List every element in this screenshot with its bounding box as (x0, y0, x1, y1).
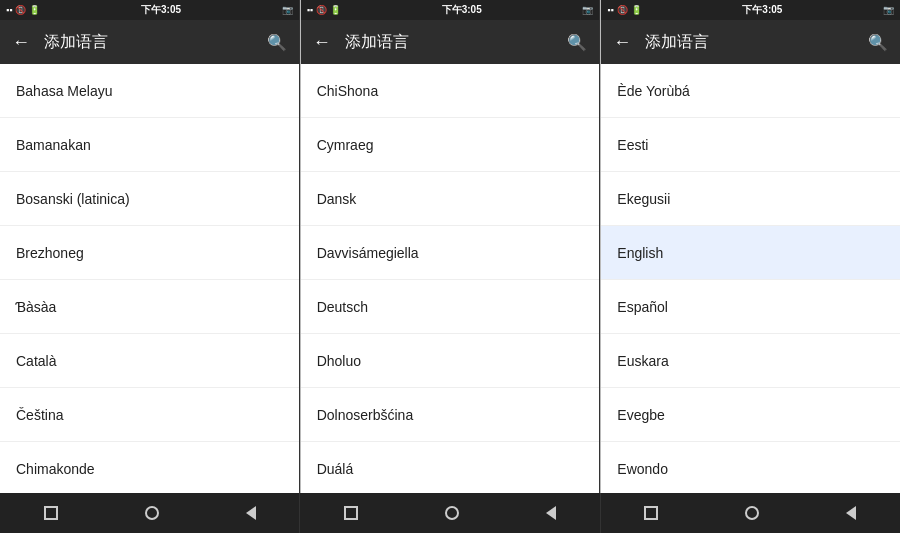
bottom-nav (0, 493, 900, 533)
page-title-2: 添加语言 (345, 32, 554, 53)
status-icon-vol: 📵 (15, 5, 26, 15)
lang-item-1-2[interactable]: Bosanski (latinica) (0, 172, 299, 226)
status-icon-vol: 📵 (617, 5, 628, 15)
status-icon-sim: ▪▪ (607, 5, 613, 15)
page-title-3: 添加语言 (645, 32, 854, 53)
search-button-1[interactable]: 🔍 (263, 29, 291, 56)
panel-1: ▪▪ 📵 🔋 下午3:05📷←添加语言🔍Bahasa MelayuBamanak… (0, 0, 300, 493)
lang-item-3-6[interactable]: Evegbe (601, 388, 900, 442)
page-title-1: 添加语言 (44, 32, 253, 53)
nav-section-3 (601, 493, 900, 533)
lang-item-2-1[interactable]: Cymraeg (301, 118, 600, 172)
lang-item-2-5[interactable]: Dholuo (301, 334, 600, 388)
back-button-3[interactable] (836, 502, 866, 524)
status-bar-2: ▪▪ 📵 🔋 下午3:05📷 (301, 0, 600, 20)
lang-item-1-7[interactable]: Chimakonde (0, 442, 299, 493)
status-icon-sim: ▪▪ (6, 5, 12, 15)
lang-item-3-1[interactable]: Eesti (601, 118, 900, 172)
lang-item-2-2[interactable]: Dansk (301, 172, 600, 226)
nav-section-1 (0, 493, 300, 533)
lang-item-2-6[interactable]: Dolnoserbšćina (301, 388, 600, 442)
lang-item-3-7[interactable]: Ewondo (601, 442, 900, 493)
circle-icon-1 (145, 506, 159, 520)
lang-item-2-0[interactable]: ChiShona (301, 64, 600, 118)
status-icon-bat: 🔋 (631, 5, 642, 15)
circle-button-3[interactable] (735, 502, 769, 524)
lang-item-2-7[interactable]: Duálá (301, 442, 600, 493)
lang-item-3-3[interactable]: English (601, 226, 900, 280)
status-right-icons-3: 📷 (883, 5, 894, 15)
nav-section-2 (300, 493, 600, 533)
lang-item-3-2[interactable]: Ekegusii (601, 172, 900, 226)
circle-icon-3 (745, 506, 759, 520)
back-button-top-2[interactable]: ← (309, 28, 335, 57)
status-bar-1: ▪▪ 📵 🔋 下午3:05📷 (0, 0, 299, 20)
back-icon-2 (546, 506, 556, 520)
status-right-icons-1: 📷 (282, 5, 293, 15)
status-right-icons-2: 📷 (582, 5, 593, 15)
status-icon-bat: 🔋 (330, 5, 341, 15)
status-camera-icon: 📷 (582, 5, 593, 15)
status-left-icons-3: ▪▪ 📵 🔋 (607, 5, 641, 15)
lang-item-1-5[interactable]: Català (0, 334, 299, 388)
lang-item-1-1[interactable]: Bamanakan (0, 118, 299, 172)
lang-list-3: Ède YorùbáEestiEkegusiiEnglishEspañolEus… (601, 64, 900, 493)
back-button-2[interactable] (536, 502, 566, 524)
lang-item-1-3[interactable]: Brezhoneg (0, 226, 299, 280)
panel-3: ▪▪ 📵 🔋 下午3:05📷←添加语言🔍Ède YorùbáEestiEkegu… (601, 0, 900, 493)
panels-container: ▪▪ 📵 🔋 下午3:05📷←添加语言🔍Bahasa MelayuBamanak… (0, 0, 900, 493)
lang-list-1: Bahasa MelayuBamanakanBosanski (latinica… (0, 64, 299, 493)
status-bar-3: ▪▪ 📵 🔋 下午3:05📷 (601, 0, 900, 20)
back-button-1[interactable] (236, 502, 266, 524)
circle-icon-2 (445, 506, 459, 520)
status-icon-sim: ▪▪ (307, 5, 313, 15)
top-bar-3: ←添加语言🔍 (601, 20, 900, 64)
back-icon-1 (246, 506, 256, 520)
search-button-3[interactable]: 🔍 (864, 29, 892, 56)
status-time-2: 下午3:05 (442, 3, 482, 17)
lang-item-2-4[interactable]: Deutsch (301, 280, 600, 334)
back-icon-3 (846, 506, 856, 520)
lang-item-3-4[interactable]: Español (601, 280, 900, 334)
square-button-3[interactable] (634, 502, 668, 524)
square-button-1[interactable] (34, 502, 68, 524)
panel-2: ▪▪ 📵 🔋 下午3:05📷←添加语言🔍ChiShonaCymraegDansk… (301, 0, 601, 493)
search-button-2[interactable]: 🔍 (563, 29, 591, 56)
status-time-1: 下午3:05 (141, 3, 181, 17)
top-bar-2: ←添加语言🔍 (301, 20, 600, 64)
lang-item-2-3[interactable]: Davvisámegiella (301, 226, 600, 280)
status-icon-bat: 🔋 (29, 5, 40, 15)
square-icon-3 (644, 506, 658, 520)
back-button-top-1[interactable]: ← (8, 28, 34, 57)
square-icon-2 (344, 506, 358, 520)
back-button-top-3[interactable]: ← (609, 28, 635, 57)
status-left-icons-2: ▪▪ 📵 🔋 (307, 5, 341, 15)
lang-item-1-6[interactable]: Čeština (0, 388, 299, 442)
lang-item-1-0[interactable]: Bahasa Melayu (0, 64, 299, 118)
square-button-2[interactable] (334, 502, 368, 524)
circle-button-1[interactable] (135, 502, 169, 524)
status-camera-icon: 📷 (883, 5, 894, 15)
lang-item-3-5[interactable]: Euskara (601, 334, 900, 388)
status-left-icons-1: ▪▪ 📵 🔋 (6, 5, 40, 15)
lang-item-3-0[interactable]: Ède Yorùbá (601, 64, 900, 118)
circle-button-2[interactable] (435, 502, 469, 524)
top-bar-1: ←添加语言🔍 (0, 20, 299, 64)
status-camera-icon: 📷 (282, 5, 293, 15)
status-icon-vol: 📵 (316, 5, 327, 15)
square-icon-1 (44, 506, 58, 520)
status-time-3: 下午3:05 (742, 3, 782, 17)
lang-list-2: ChiShonaCymraegDanskDavvisámegiellaDeuts… (301, 64, 600, 493)
lang-item-1-4[interactable]: Ɓàsàa (0, 280, 299, 334)
